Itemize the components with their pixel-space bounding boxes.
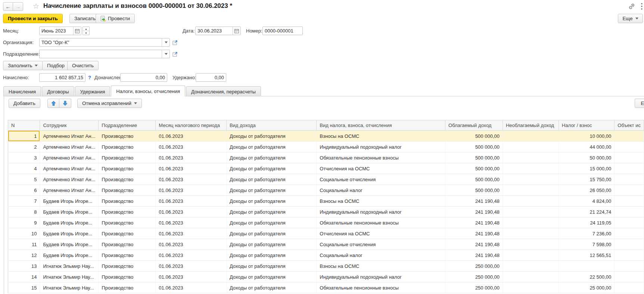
- table-cell[interactable]: [503, 239, 559, 250]
- table-cell[interactable]: [503, 152, 559, 163]
- move-up-button[interactable]: [47, 99, 59, 108]
- withheld-input[interactable]: [196, 74, 226, 81]
- tab-1[interactable]: Договоры: [42, 86, 74, 96]
- table-cell[interactable]: Производство: [99, 228, 156, 239]
- undo-corrections-button[interactable]: Отмена исправлений: [77, 99, 142, 108]
- table-cell[interactable]: Индивидуальный подоходный налог: [317, 272, 445, 282]
- table-cell[interactable]: Доходы от работодателя: [226, 207, 316, 217]
- table-cell[interactable]: Артемченко Игнат Ан...: [40, 185, 99, 196]
- table-cell[interactable]: [615, 131, 644, 142]
- table-more-button[interactable]: Еще: [635, 99, 644, 108]
- table-cell[interactable]: [503, 261, 559, 272]
- column-header[interactable]: Подразделение: [99, 120, 156, 131]
- table-cell[interactable]: Производство: [99, 174, 156, 185]
- table-cell[interactable]: Будаев Игорь Игоре...: [40, 228, 99, 239]
- column-header[interactable]: Месяц налогового периода: [156, 120, 227, 131]
- table-row[interactable]: 3Артемченко Игнат Ан...Производство01.06…: [8, 152, 644, 163]
- table-cell[interactable]: 250 000,00: [445, 261, 503, 272]
- tab-2[interactable]: Удержания: [75, 86, 111, 96]
- table-cell[interactable]: Индивидуальный подоходный налог: [317, 142, 445, 152]
- table-cell[interactable]: Обязательные пенсионные взносы: [317, 282, 445, 293]
- table-cell[interactable]: Будаев Игорь Игоре...: [40, 207, 99, 217]
- table-cell[interactable]: [615, 282, 644, 293]
- table-cell[interactable]: [503, 163, 559, 174]
- table-cell[interactable]: [503, 250, 559, 261]
- table-cell[interactable]: Доходы от работодателя: [226, 152, 316, 163]
- table-cell[interactable]: 250 000,00: [445, 282, 503, 293]
- table-cell[interactable]: 01.06.2023: [156, 228, 227, 239]
- table-cell[interactable]: [615, 261, 644, 272]
- department-open-icon[interactable]: [171, 50, 178, 58]
- table-cell[interactable]: [615, 272, 644, 282]
- more-button[interactable]: Еще: [618, 14, 643, 23]
- table-cell[interactable]: 1: [8, 131, 40, 142]
- table-cell[interactable]: 241 190,48: [445, 207, 503, 217]
- post-and-close-button[interactable]: Провести и закрыть: [3, 14, 63, 23]
- move-down-button[interactable]: [59, 99, 71, 108]
- table-cell[interactable]: Социальный налог: [317, 185, 445, 196]
- table-cell[interactable]: Индивидуальный подоходный налог: [317, 207, 445, 217]
- table-cell[interactable]: Доходы от работодателя: [226, 163, 316, 174]
- table-cell[interactable]: 01.06.2023: [156, 174, 227, 185]
- table-cell[interactable]: Производство: [99, 261, 156, 272]
- table-row[interactable]: 12Будаев Игорь Игоре...Производство01.06…: [8, 250, 644, 261]
- favorite-star-icon[interactable]: ☆: [33, 2, 39, 10]
- column-header[interactable]: Вид налога, взноса, отчисления: [317, 120, 445, 131]
- table-cell[interactable]: Доходы от работодателя: [226, 239, 316, 250]
- table-cell[interactable]: Взносы на ОСМС: [317, 196, 445, 207]
- table-cell[interactable]: [615, 207, 644, 217]
- table-cell[interactable]: 500 000,00: [445, 152, 503, 163]
- table-cell[interactable]: Взносы на ОСМС: [317, 261, 445, 272]
- column-header[interactable]: N: [8, 120, 40, 131]
- column-header[interactable]: Вид дохода: [226, 120, 316, 131]
- table-cell[interactable]: 01.06.2023: [156, 207, 227, 217]
- table-cell[interactable]: Доходы от работодателя: [226, 217, 316, 228]
- table-cell[interactable]: Игнатюк Эльмир Нау...: [40, 272, 99, 282]
- table-cell[interactable]: 01.06.2023: [156, 217, 227, 228]
- table-cell[interactable]: Доходы от работодателя: [226, 185, 316, 196]
- number-input[interactable]: [263, 27, 302, 35]
- table-cell[interactable]: 15 750,00: [559, 174, 614, 185]
- table-row[interactable]: 10Будаев Игорь Игоре...Производство01.06…: [8, 228, 644, 239]
- month-calendar-icon[interactable]: [73, 27, 81, 35]
- table-row[interactable]: 9Будаев Игорь Игоре...Производство01.06.…: [8, 217, 644, 228]
- accrued-input[interactable]: [40, 74, 85, 81]
- table-cell[interactable]: 12: [8, 250, 40, 261]
- organization-input[interactable]: [40, 38, 162, 46]
- table-cell[interactable]: [615, 174, 644, 185]
- table-cell[interactable]: 01.06.2023: [156, 272, 227, 282]
- table-row[interactable]: 4Артемченко Игнат Ан...Производство01.06…: [8, 163, 644, 174]
- table-cell[interactable]: 01.06.2023: [156, 196, 227, 207]
- table-cell[interactable]: Производство: [99, 185, 156, 196]
- table-cell[interactable]: Доходы от работодателя: [226, 282, 316, 293]
- table-cell[interactable]: Артемченко Игнат Ан...: [40, 174, 99, 185]
- tab-0[interactable]: Начисления: [3, 86, 41, 96]
- fill-button[interactable]: Заполнить: [3, 61, 43, 70]
- column-header[interactable]: Объект ис: [615, 120, 644, 131]
- table-cell[interactable]: Артемченко Игнат Ан...: [40, 163, 99, 174]
- table-cell[interactable]: 3: [8, 152, 40, 163]
- table-cell[interactable]: 241 190,48: [445, 228, 503, 239]
- table-cell[interactable]: 01.06.2023: [156, 282, 227, 293]
- date-calendar-icon[interactable]: [233, 27, 240, 35]
- table-cell[interactable]: Социальные отчисления: [317, 239, 445, 250]
- table-cell[interactable]: 44 000,00: [559, 142, 614, 152]
- column-header[interactable]: Необлагаемый доход: [503, 120, 559, 131]
- help-link[interactable]: ?: [88, 75, 91, 80]
- table-row[interactable]: 1Артемченко Игнат Ан...Производство01.06…: [8, 131, 644, 142]
- spinner-up-icon[interactable]: ▲: [83, 27, 89, 31]
- table-cell[interactable]: 5: [8, 174, 40, 185]
- table-cell[interactable]: 4 824,00: [559, 196, 614, 207]
- table-cell[interactable]: Социальные отчисления: [317, 174, 445, 185]
- table-cell[interactable]: Будаев Игорь Игоре...: [40, 239, 99, 250]
- table-cell[interactable]: Производство: [99, 142, 156, 152]
- table-cell[interactable]: [503, 272, 559, 282]
- table-row[interactable]: 14Игнатюк Эльмир Нау...Производство01.06…: [8, 272, 644, 282]
- table-cell[interactable]: 9: [8, 217, 40, 228]
- table-cell[interactable]: 50 000,00: [559, 152, 614, 163]
- column-header[interactable]: Налог / взнос: [559, 120, 614, 131]
- table-cell[interactable]: [503, 131, 559, 142]
- table-cell[interactable]: Производство: [99, 282, 156, 293]
- table-cell[interactable]: 250 000,00: [445, 272, 503, 282]
- table-cell[interactable]: Производство: [99, 250, 156, 261]
